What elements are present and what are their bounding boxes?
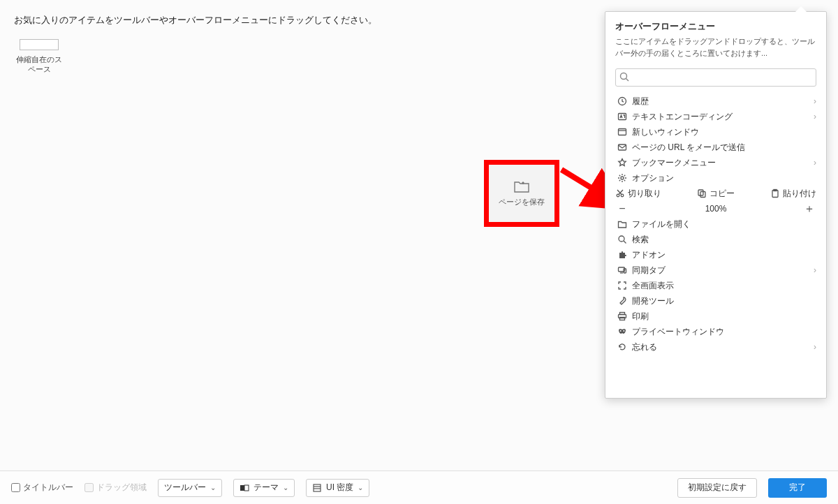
menu-paste[interactable]: 貼り付け	[770, 188, 816, 199]
overflow-title: オーバーフローメニュー	[615, 20, 816, 33]
svg-rect-26	[244, 485, 249, 491]
flexible-space-label: 伸縮自在のスペース	[14, 54, 64, 75]
zoom-in-button[interactable]: ＋	[802, 202, 816, 216]
overflow-search-input[interactable]	[615, 68, 816, 87]
devices-icon	[615, 265, 629, 275]
menu-find-label: 検索	[629, 234, 816, 246]
done-button[interactable]: 完了	[768, 478, 827, 498]
chevron-right-icon: ›	[814, 265, 816, 275]
svg-point-8	[621, 177, 624, 179]
clock-icon	[615, 96, 629, 106]
overflow-search[interactable]	[615, 68, 816, 87]
svg-point-1	[621, 73, 627, 80]
zoom-value: 100%	[705, 204, 727, 214]
menu-encoding[interactable]: テキストエンコーディング ›	[605, 109, 826, 124]
theme-dropdown[interactable]: テーマ ⌄	[233, 479, 295, 497]
drag-area-checkbox-label: ドラッグ領域	[96, 482, 147, 494]
svg-line-2	[626, 79, 629, 82]
drag-area-checkbox-input	[84, 483, 94, 492]
titlebar-checkbox[interactable]: タイトルバー	[11, 482, 73, 494]
menu-addons-label: アドオン	[629, 249, 816, 261]
search-icon	[619, 72, 629, 82]
mail-icon	[615, 142, 629, 152]
svg-point-10	[621, 194, 624, 197]
menu-new-window[interactable]: 新しいウィンドウ	[605, 124, 826, 140]
drag-area-checkbox: ドラッグ領域	[84, 482, 147, 494]
menu-cut-label: 切り取り	[628, 188, 661, 200]
svg-rect-22	[620, 318, 625, 320]
overflow-description: ここにアイテムをドラッグアンドドロップすると、ツールバー外の手の届くところに置い…	[615, 36, 816, 59]
overflow-menu-panel: オーバーフローメニュー ここにアイテムをドラッグアンドドロップすると、ツールバー…	[605, 11, 827, 399]
menu-forget-label: 忘れる	[629, 341, 814, 353]
toolbars-dropdown[interactable]: ツールバー ⌄	[158, 479, 222, 497]
menu-email-link[interactable]: ページの URL をメールで送信	[605, 140, 826, 155]
menu-options[interactable]: オプション	[605, 170, 826, 186]
density-dropdown[interactable]: UI 密度 ⌄	[306, 479, 369, 497]
copy-icon	[697, 188, 707, 198]
menu-history-label: 履歴	[629, 96, 814, 108]
menu-bookmarks[interactable]: ブックマークメニュー ›	[605, 155, 826, 170]
fullscreen-icon	[615, 281, 629, 290]
svg-point-15	[619, 236, 624, 242]
menu-open-file[interactable]: ファイルを開く	[605, 216, 826, 232]
menu-copy[interactable]: コピー	[697, 188, 735, 199]
menu-addons[interactable]: アドオン	[605, 247, 826, 262]
mask-icon	[615, 327, 629, 336]
chevron-right-icon: ›	[814, 158, 816, 168]
svg-rect-7	[619, 144, 626, 150]
encoding-icon	[615, 112, 629, 121]
menu-paste-label: 貼り付け	[783, 188, 816, 200]
menu-print-label: 印刷	[629, 311, 816, 323]
folder-save-icon	[514, 180, 529, 193]
menu-fullscreen[interactable]: 全画面表示	[605, 278, 826, 293]
undo-icon	[615, 342, 629, 352]
svg-point-9	[617, 194, 619, 197]
menu-synced-tabs[interactable]: 同期タブ ›	[605, 262, 826, 278]
density-icon	[312, 483, 322, 493]
cut-icon	[615, 188, 625, 198]
menu-forget[interactable]: 忘れる ›	[605, 339, 826, 355]
star-icon	[615, 158, 629, 168]
zoom-out-button[interactable]: −	[615, 202, 629, 215]
menu-encoding-label: テキストエンコーディング	[629, 111, 814, 123]
menu-devtools[interactable]: 開発ツール	[605, 293, 826, 309]
chevron-down-icon: ⌄	[283, 484, 288, 491]
save-page-label: ページを保存	[499, 197, 545, 207]
menu-print[interactable]: 印刷	[605, 309, 826, 324]
svg-rect-25	[240, 485, 244, 491]
toolbars-dropdown-label: ツールバー	[164, 482, 206, 494]
menu-private-window-label: プライベートウィンドウ	[629, 326, 816, 338]
menu-synced-tabs-label: 同期タブ	[629, 265, 814, 276]
theme-dropdown-label: テーマ	[253, 482, 279, 494]
svg-line-16	[624, 241, 626, 244]
clipboard-icon	[770, 188, 780, 198]
menu-find[interactable]: 検索	[605, 232, 826, 247]
menu-history[interactable]: 履歴 ›	[605, 94, 826, 109]
svg-point-23	[620, 330, 622, 332]
svg-rect-5	[619, 129, 626, 135]
menu-options-label: オプション	[629, 172, 816, 184]
save-page-dragged-item[interactable]: ページを保存	[484, 160, 559, 227]
wrench-icon	[615, 296, 629, 306]
gear-icon	[615, 173, 629, 183]
titlebar-checkbox-input[interactable]	[11, 483, 20, 492]
chevron-down-icon: ⌄	[210, 484, 216, 491]
menu-fullscreen-label: 全画面表示	[629, 280, 816, 292]
menu-private-window[interactable]: プライベートウィンドウ	[605, 324, 826, 339]
chevron-down-icon: ⌄	[358, 484, 363, 491]
flexible-space-item[interactable]: 伸縮自在のスペース	[14, 39, 64, 75]
window-icon	[615, 127, 629, 137]
reset-defaults-button[interactable]: 初期設定に戻す	[677, 478, 757, 498]
titlebar-checkbox-label: タイトルバー	[23, 482, 73, 494]
chevron-right-icon: ›	[814, 342, 816, 352]
customize-footer: タイトルバー ドラッグ領域 ツールバー ⌄ テーマ ⌄ UI 密度 ⌄ 初期設定…	[0, 470, 838, 504]
svg-point-24	[623, 330, 624, 332]
menu-open-file-label: ファイルを開く	[629, 218, 816, 230]
flexible-space-icon	[20, 39, 59, 50]
menu-cut[interactable]: 切り取り	[615, 188, 661, 199]
print-icon	[615, 311, 629, 321]
density-dropdown-label: UI 密度	[326, 482, 353, 494]
chevron-right-icon: ›	[814, 112, 816, 121]
menu-bookmarks-label: ブックマークメニュー	[629, 157, 814, 169]
chevron-right-icon: ›	[814, 96, 816, 106]
